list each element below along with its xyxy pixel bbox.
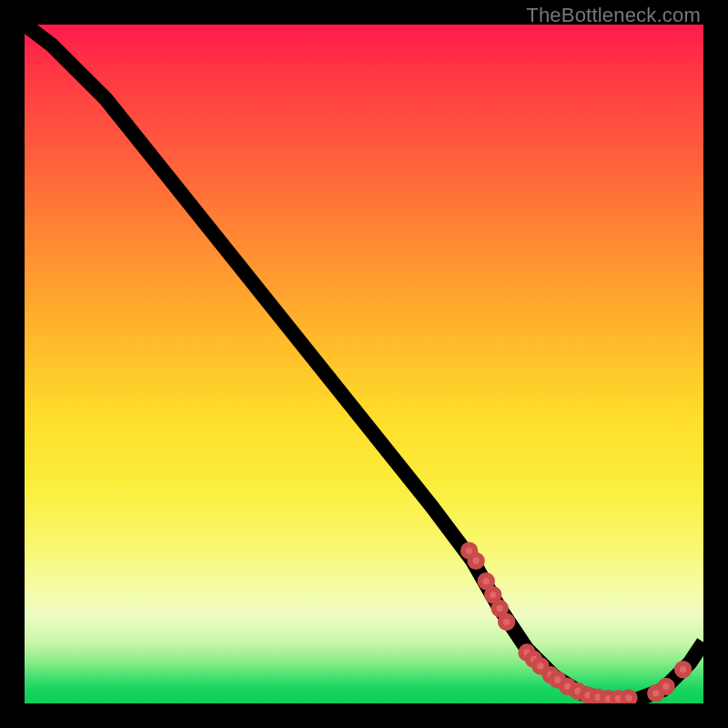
data-point xyxy=(622,692,634,703)
bottleneck-curve xyxy=(25,25,703,700)
data-point xyxy=(487,589,499,601)
chart-svg xyxy=(25,25,703,703)
data-point xyxy=(470,555,481,567)
data-points-group xyxy=(463,544,689,703)
plot-area xyxy=(25,25,703,703)
data-point xyxy=(493,602,505,614)
data-point xyxy=(660,681,672,693)
chart-container: TheBottleneck.com xyxy=(0,0,728,728)
data-point xyxy=(500,616,512,628)
data-point xyxy=(677,663,689,675)
data-point xyxy=(480,575,492,587)
